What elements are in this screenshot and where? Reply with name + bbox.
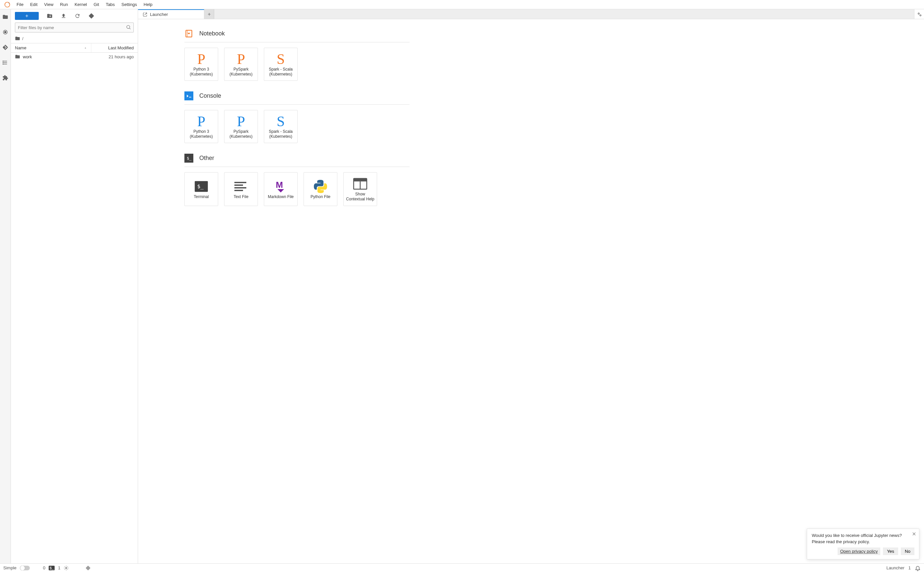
file-name: work <box>23 54 32 59</box>
activity-bar <box>0 9 11 563</box>
notifications-bell-icon[interactable] <box>915 565 921 571</box>
svg-point-13 <box>918 13 919 14</box>
svg-point-8 <box>3 61 4 62</box>
property-inspector-button[interactable] <box>914 9 924 19</box>
notebook-section-icon <box>184 29 193 38</box>
launcher-card-notebook-python3[interactable]: P Python 3(Kubernetes) <box>184 48 218 81</box>
notification-close-icon[interactable] <box>912 532 916 536</box>
svg-rect-4 <box>5 31 6 33</box>
activity-git-icon[interactable] <box>2 44 9 51</box>
menu-edit[interactable]: Edit <box>27 1 41 8</box>
svg-point-9 <box>3 62 4 63</box>
git-status-icon[interactable] <box>85 565 91 570</box>
activity-toc-icon[interactable] <box>2 59 9 66</box>
git-toolbar-icon[interactable] <box>88 13 95 19</box>
activity-extensions-icon[interactable] <box>2 74 9 81</box>
status-bar: Simple 0 $_ 1 Launcher 1 <box>0 563 924 572</box>
notification-yes-button[interactable]: Yes <box>883 547 898 555</box>
terminals-count[interactable]: 0 <box>43 565 45 570</box>
terminal-status-icon[interactable]: $_ <box>49 566 54 570</box>
upload-icon[interactable] <box>60 13 67 19</box>
markdown-icon: M <box>274 179 287 194</box>
breadcrumb[interactable]: / <box>11 34 138 43</box>
svg-text:$_: $_ <box>197 183 204 190</box>
file-row[interactable]: work 21 hours ago <box>11 53 138 61</box>
sort-asc-icon <box>84 47 87 50</box>
section-title: Console <box>199 92 221 99</box>
launcher-card-console-spark-scala[interactable]: S Spark - Scala(Kubernetes) <box>264 110 298 143</box>
svg-text:$_: $_ <box>187 156 192 161</box>
svg-rect-22 <box>234 190 243 191</box>
notification-privacy-link[interactable]: Open privacy policy <box>837 547 880 555</box>
menu-kernel[interactable]: Kernel <box>71 1 90 8</box>
launcher-card-contextual-help[interactable]: ShowContextual Help <box>343 172 377 206</box>
breadcrumb-root: / <box>22 36 23 41</box>
column-header-name[interactable]: Name <box>11 44 91 52</box>
svg-point-11 <box>127 25 130 28</box>
svg-rect-21 <box>234 187 246 188</box>
launcher-card-markdown-file[interactable]: M Markdown File <box>264 172 298 206</box>
launcher-card-console-pyspark[interactable]: P PySpark(Kubernetes) <box>224 110 258 143</box>
section-title: Other <box>199 155 214 162</box>
new-folder-icon[interactable] <box>47 13 53 19</box>
activity-file-browser-icon[interactable] <box>2 13 9 20</box>
other-section-icon: $_ <box>184 154 193 163</box>
kernel-status-icon[interactable] <box>64 565 69 570</box>
menu-git[interactable]: Git <box>90 1 102 8</box>
consoles-count[interactable]: 1 <box>58 565 60 570</box>
status-right-count[interactable]: 1 <box>908 565 911 570</box>
svg-rect-20 <box>234 185 243 186</box>
svg-text:M: M <box>276 180 283 190</box>
notification-popup: Would you like to receive official Jupyt… <box>807 528 919 560</box>
svg-point-14 <box>920 15 921 16</box>
kernel-letter-icon: P <box>237 51 245 68</box>
filter-files-input[interactable] <box>15 23 134 33</box>
new-launcher-button[interactable] <box>15 12 39 20</box>
simple-mode-toggle[interactable] <box>20 566 30 570</box>
svg-rect-25 <box>353 179 367 182</box>
menu-tabs[interactable]: Tabs <box>102 1 118 8</box>
column-header-modified[interactable]: Last Modified <box>91 44 138 52</box>
new-tab-button[interactable] <box>204 9 214 19</box>
launcher-card-python-file[interactable]: Python File <box>304 172 337 206</box>
terminal-icon: $_ <box>194 179 209 194</box>
simple-mode-label: Simple <box>3 565 17 570</box>
svg-point-10 <box>3 64 4 65</box>
launcher-card-text-file[interactable]: Text File <box>224 172 258 206</box>
kernel-letter-icon: P <box>197 51 205 68</box>
launcher-card-notebook-pyspark[interactable]: P PySpark(Kubernetes) <box>224 48 258 81</box>
menu-settings[interactable]: Settings <box>118 1 140 8</box>
main-work-area: Launcher Notebook <box>138 9 924 563</box>
kernel-letter-icon: P <box>237 113 245 130</box>
launcher-section-other: $_ Other $_ Terminal <box>184 154 409 206</box>
menu-run[interactable]: Run <box>57 1 71 8</box>
notification-no-button[interactable]: No <box>901 547 915 555</box>
launcher-panel: Notebook P Python 3(Kubernetes) P PySpar… <box>138 19 924 563</box>
launcher-card-terminal[interactable]: $_ Terminal <box>184 172 218 206</box>
menu-view[interactable]: View <box>41 1 57 8</box>
launcher-tab-icon <box>143 12 147 17</box>
menu-file[interactable]: File <box>13 1 27 8</box>
launcher-card-notebook-spark-scala[interactable]: S Spark - Scala(Kubernetes) <box>264 48 298 81</box>
svg-line-12 <box>129 28 130 29</box>
console-section-icon <box>184 92 193 100</box>
svg-rect-19 <box>234 182 246 183</box>
launcher-card-console-python3[interactable]: P Python 3(Kubernetes) <box>184 110 218 143</box>
menu-help[interactable]: Help <box>140 1 156 8</box>
status-right-label[interactable]: Launcher <box>887 565 904 570</box>
activity-running-icon[interactable] <box>2 28 9 36</box>
launcher-section-notebook: Notebook P Python 3(Kubernetes) P PySpar… <box>184 29 409 81</box>
kernel-letter-icon: S <box>277 51 285 68</box>
folder-icon <box>15 54 20 59</box>
svg-point-1 <box>9 2 9 3</box>
kernel-letter-icon: P <box>197 113 205 130</box>
jupyter-logo-icon <box>4 2 11 8</box>
file-list-header: Name Last Modified <box>11 43 138 53</box>
svg-point-2 <box>5 6 6 7</box>
text-file-icon <box>234 179 248 194</box>
contextual-help-icon <box>353 177 367 191</box>
refresh-icon[interactable] <box>74 13 81 19</box>
section-title: Notebook <box>199 30 225 37</box>
python-icon <box>314 179 327 194</box>
tab-launcher[interactable]: Launcher <box>138 9 204 19</box>
